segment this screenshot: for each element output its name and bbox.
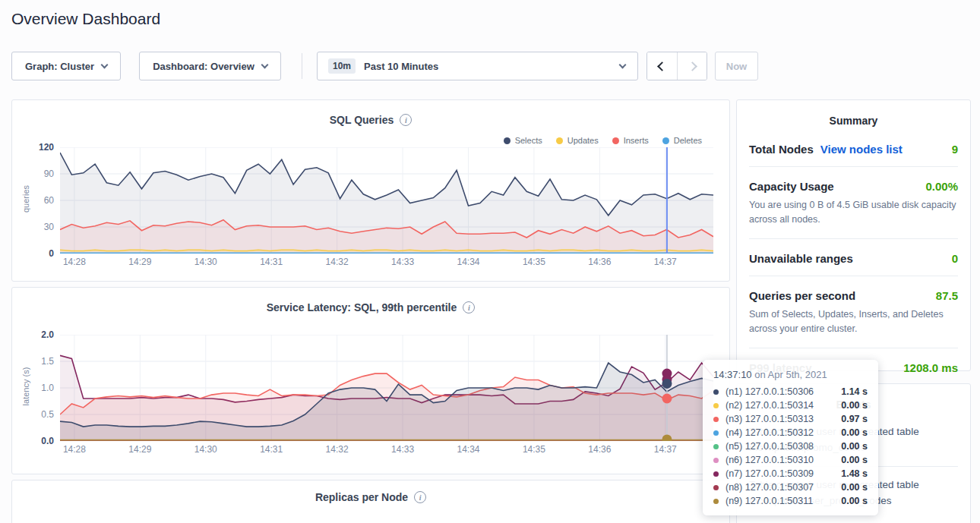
tooltip-node-value: 0.97 s bbox=[841, 414, 868, 424]
info-icon[interactable]: i bbox=[400, 114, 412, 126]
summary-rows: Total NodesView nodes list9Capacity Usag… bbox=[749, 130, 958, 385]
node-dot-icon bbox=[713, 430, 719, 436]
time-prev-button[interactable] bbox=[647, 52, 677, 80]
x-tick-label: 14:32 bbox=[321, 257, 353, 267]
chart-hover-tooltip: 14:37:10 on Apr 5th, 2021 (n1) 127.0.0.1… bbox=[703, 360, 878, 515]
chevron-down-icon bbox=[101, 61, 109, 68]
node-dot-icon bbox=[713, 458, 719, 463]
x-tick-label: 14:33 bbox=[387, 444, 419, 455]
summary-row-label: Queries per second bbox=[749, 289, 855, 302]
x-tick-label: 14:31 bbox=[255, 257, 287, 267]
summary-row-value: 0.00% bbox=[925, 180, 958, 193]
chart-plot-area[interactable] bbox=[60, 147, 713, 254]
chart-title: Service Latency: SQL, 99th percentile bbox=[267, 301, 457, 313]
summary-row-value: 87.5 bbox=[936, 289, 958, 302]
x-tick-label: 14:29 bbox=[124, 444, 156, 455]
x-tick-label: 14:35 bbox=[518, 257, 550, 267]
time-pager bbox=[646, 52, 707, 80]
tooltip-node-row: (n5) 127.0.0.1:503080.00 s bbox=[713, 440, 868, 453]
time-range-dropdown[interactable]: 10m Past 10 Minutes bbox=[317, 52, 638, 80]
y-tick-label: 1.0 bbox=[12, 383, 54, 393]
tooltip-timestamp: 14:37:10 on Apr 5th, 2021 bbox=[713, 369, 868, 380]
dashboard-selector-dropdown[interactable]: Dashboard: Overview bbox=[139, 52, 281, 80]
sql-queries-chart-panel: SQL Queries i SelectsUpdatesInsertsDelet… bbox=[11, 99, 730, 282]
y-tick-label: 60 bbox=[12, 195, 54, 206]
y-tick-label: 90 bbox=[12, 169, 54, 179]
x-tick-label: 14:37 bbox=[650, 444, 681, 455]
now-button[interactable]: Now bbox=[715, 52, 758, 80]
tooltip-node-label: (n1) 127.0.0.1:50306 bbox=[726, 386, 814, 397]
tooltip-node-row: (n8) 127.0.0.1:503070.00 s bbox=[713, 480, 868, 494]
info-icon[interactable]: i bbox=[414, 491, 426, 503]
x-tick-label: 14:35 bbox=[518, 444, 550, 455]
tooltip-node-value: 0.00 s bbox=[841, 441, 868, 452]
tooltip-node-value: 1.14 s bbox=[841, 386, 868, 397]
legend-item[interactable]: Inserts bbox=[612, 136, 649, 145]
tooltip-node-value: 0.00 s bbox=[841, 496, 868, 506]
controls-divider bbox=[302, 53, 302, 79]
node-dot-icon bbox=[713, 444, 719, 449]
tooltip-node-value: 0.00 s bbox=[841, 400, 868, 411]
x-tick-label: 14:28 bbox=[58, 257, 90, 267]
summary-row-label: Capacity Usage bbox=[749, 180, 834, 193]
latency-chart-panel: Service Latency: SQL, 99th percentile i … bbox=[11, 287, 730, 474]
tooltip-node-value: 0.00 s bbox=[841, 455, 868, 465]
summary-row-description: Sum of Selects, Updates, Inserts, and De… bbox=[749, 307, 958, 337]
legend-item[interactable]: Selects bbox=[504, 136, 542, 145]
summary-row: Capacity Usage0.00%You are using 0 B of … bbox=[749, 167, 958, 239]
tooltip-node-row: (n2) 127.0.0.1:503140.00 s bbox=[713, 399, 868, 412]
y-tick-label: 0 bbox=[12, 248, 54, 259]
x-tick-label: 14:36 bbox=[583, 257, 615, 267]
graph-selector-label: Graph: Cluster bbox=[25, 61, 94, 72]
y-tick-label: 2.0 bbox=[12, 329, 54, 340]
tooltip-node-value: 0.00 s bbox=[841, 482, 868, 493]
x-tick-label: 14:37 bbox=[650, 257, 681, 267]
view-nodes-list-link[interactable]: View nodes list bbox=[820, 143, 903, 156]
y-axis-ticks: 0306090120 bbox=[12, 147, 54, 254]
replicas-chart-panel: Replicas per Node i bbox=[11, 480, 730, 523]
tooltip-node-label: (n8) 127.0.0.1:50307 bbox=[726, 482, 814, 493]
node-dot-icon bbox=[713, 403, 719, 408]
summary-row-value: 1208.0 ms bbox=[903, 361, 958, 374]
y-tick-label: 30 bbox=[12, 222, 54, 232]
tooltip-node-row: (n3) 127.0.0.1:503130.97 s bbox=[713, 412, 868, 426]
chevron-down-icon bbox=[619, 61, 627, 68]
now-button-label: Now bbox=[726, 61, 747, 72]
tooltip-node-value: 0.00 s bbox=[841, 427, 868, 438]
legend-item[interactable]: Updates bbox=[556, 136, 599, 145]
legend-item[interactable]: Deletes bbox=[662, 136, 702, 145]
y-tick-label: 1.5 bbox=[12, 356, 54, 367]
chevron-right-icon bbox=[688, 61, 697, 71]
graph-selector-dropdown[interactable]: Graph: Cluster bbox=[11, 52, 121, 80]
tooltip-node-label: (n3) 127.0.0.1:50313 bbox=[726, 414, 814, 424]
x-tick-label: 14:28 bbox=[58, 444, 90, 455]
node-dot-icon bbox=[713, 499, 719, 504]
node-dot-icon bbox=[713, 485, 719, 490]
x-tick-label: 14:31 bbox=[255, 444, 287, 455]
y-tick-label: 120 bbox=[12, 142, 54, 153]
x-tick-label: 14:33 bbox=[387, 257, 419, 267]
chart-plot-area[interactable] bbox=[60, 335, 713, 441]
legend-dot-icon bbox=[662, 137, 669, 144]
time-next-button[interactable] bbox=[677, 52, 707, 80]
x-tick-label: 14:29 bbox=[124, 257, 156, 267]
time-range-badge: 10m bbox=[328, 58, 356, 74]
tooltip-node-label: (n6) 127.0.0.1:50310 bbox=[726, 455, 814, 465]
summary-row: Queries per second87.5Sum of Selects, Up… bbox=[749, 276, 958, 348]
summary-row-label: Total Nodes bbox=[749, 143, 814, 156]
tooltip-time: 14:37:10 bbox=[713, 369, 752, 380]
summary-row: Total NodesView nodes list9 bbox=[749, 130, 958, 167]
chevron-left-icon bbox=[657, 61, 667, 71]
tooltip-node-label: (n5) 127.0.0.1:50308 bbox=[726, 441, 814, 452]
x-tick-label: 14:32 bbox=[321, 444, 353, 455]
tooltip-date: on Apr 5th, 2021 bbox=[754, 369, 827, 380]
y-tick-label: 0.5 bbox=[12, 409, 54, 420]
node-dot-icon bbox=[713, 471, 719, 477]
x-tick-label: 14:34 bbox=[453, 444, 485, 455]
chart-title: SQL Queries bbox=[330, 114, 394, 126]
y-tick-label: 0.0 bbox=[12, 436, 54, 446]
tooltip-node-row: (n9) 127.0.0.1:503110.00 s bbox=[713, 494, 868, 508]
node-dot-icon bbox=[713, 389, 719, 395]
x-tick-label: 14:30 bbox=[190, 257, 222, 267]
info-icon[interactable]: i bbox=[463, 301, 475, 313]
